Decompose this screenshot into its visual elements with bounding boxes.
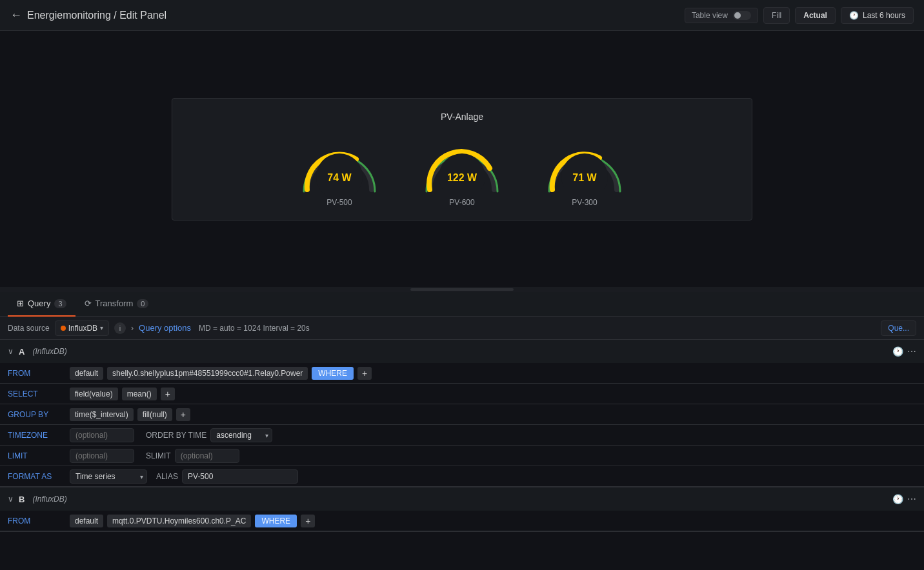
timezone-label-a: TIMEZONE	[8, 431, 66, 440]
groupby-plus-btn[interactable]: +	[176, 408, 190, 421]
query-tab-icon: ⊞	[17, 299, 24, 308]
query-tabs: ⊞ Query 3 ⟳ Transform 0	[0, 292, 924, 317]
query-tab-badge: 3	[54, 299, 66, 308]
chevron-down-icon: ▾	[100, 324, 103, 331]
toggle-switch[interactable]	[733, 11, 751, 20]
datasource-label: Data source	[8, 324, 50, 333]
tab-transform[interactable]: ⟳ Transform 0	[75, 292, 158, 317]
query-meta: MD = auto = 1024 Interval = 20s	[199, 324, 310, 333]
svg-text:122 W: 122 W	[447, 172, 477, 183]
topbar-left: ← Energiemonitoring / Edit Panel	[10, 8, 685, 22]
clock-icon: 🕐	[849, 11, 859, 20]
datasource-select[interactable]: InfluxDB ▾	[55, 320, 109, 336]
datasource-name: InfluxDB	[68, 324, 97, 333]
query-row-format-a: FORMAT AS Time series Table Logs ALIAS	[0, 466, 924, 487]
clock-action-icon[interactable]: 🕐	[892, 346, 903, 357]
back-icon[interactable]: ←	[10, 8, 22, 22]
gauge-label-pv600: PV-600	[449, 198, 474, 207]
block-letter-b: B	[19, 495, 25, 504]
gauge-item-pv500: 74 W PV-500	[297, 135, 381, 207]
groupby-time-btn[interactable]: time($_interval)	[70, 408, 134, 421]
where-btn-a[interactable]: WHERE	[312, 367, 354, 380]
order-by-select-wrap: ascending descending	[210, 428, 272, 442]
block-letter-a: A	[19, 347, 25, 357]
order-by-time-label: ORDER BY TIME	[146, 431, 206, 440]
fill-button[interactable]: Fill	[763, 7, 790, 24]
from-measurement-btn-b[interactable]: mqtt.0.PVDTU.Hoymiles600.ch0.P_AC	[107, 515, 251, 527]
format-as-label-a: FORMAT AS	[8, 472, 66, 481]
page-title: Energiemonitoring / Edit Panel	[27, 10, 166, 21]
slimit-label-a: SLIMIT	[146, 451, 171, 460]
query-row-limit-a: LIMIT SLIMIT	[0, 446, 924, 466]
collapse-icon-a: ∨	[8, 347, 14, 356]
que-button[interactable]: Que...	[881, 320, 916, 336]
gauge-panel: PV-Anlage 74 W	[172, 98, 752, 221]
gauge-item-pv600: 122 W PV-600	[420, 135, 504, 207]
from-label-a: FROM	[8, 369, 66, 378]
query-row-from-b: FROM default mqtt.0.PVDTU.Hoymiles600.ch…	[0, 511, 924, 531]
timezone-input[interactable]	[70, 428, 134, 442]
breadcrumb-chevron: ›	[131, 324, 134, 333]
block-actions-a: 🕐 ⋯	[892, 346, 916, 357]
where-btn-b[interactable]: WHERE	[255, 515, 297, 527]
query-block-b: ∨ B (InfluxDB) 🕐 ⋯ FROM default mqtt.0.P…	[0, 487, 924, 532]
block-source-b: (InfluxDB)	[32, 495, 66, 504]
panel-area: PV-Anlage 74 W	[0, 31, 924, 570]
topbar-right: Table view Fill Actual 🕐 Last 6 hours	[685, 7, 914, 24]
viz-container: PV-Anlage 74 W	[0, 31, 924, 287]
gauges-row: 74 W PV-500 122 W PV-600	[198, 135, 726, 207]
query-tab-label: Query	[28, 299, 50, 308]
transform-tab-icon: ⟳	[85, 299, 92, 308]
order-by-select[interactable]: ascending descending	[210, 428, 272, 442]
time-range-label: Last 6 hours	[863, 11, 905, 20]
info-icon[interactable]: i	[114, 322, 126, 334]
query-block-a-header[interactable]: ∨ A (InfluxDB) 🕐 ⋯	[0, 340, 924, 363]
more-action-icon-b[interactable]: ⋯	[907, 494, 916, 504]
influxdb-icon	[61, 326, 66, 331]
time-range-button[interactable]: 🕐 Last 6 hours	[841, 7, 914, 24]
gauge-label-pv300: PV-300	[572, 198, 597, 207]
format-as-select[interactable]: Time series Table Logs	[70, 469, 147, 484]
gauge-svg-pv300: 71 W	[543, 135, 627, 193]
from-plus-btn[interactable]: +	[357, 367, 372, 380]
query-block-b-header[interactable]: ∨ B (InfluxDB) 🕐 ⋯	[0, 487, 924, 511]
clock-action-icon-b[interactable]: 🕐	[892, 494, 903, 504]
gauge-item-pv300: 71 W PV-300	[543, 135, 627, 207]
gauge-svg-pv500: 74 W	[297, 135, 381, 193]
slimit-input[interactable]	[175, 449, 239, 463]
query-block-a: ∨ A (InfluxDB) 🕐 ⋯ FROM default shelly.0…	[0, 340, 924, 487]
select-plus-btn[interactable]: +	[161, 388, 175, 400]
from-plus-btn-b[interactable]: +	[301, 515, 315, 527]
query-row-timezone-a: TIMEZONE ORDER BY TIME ascending descend…	[0, 425, 924, 446]
table-view-label: Table view	[692, 11, 728, 20]
transform-tab-label: Transform	[95, 299, 134, 308]
groupby-fill-btn[interactable]: fill(null)	[137, 408, 172, 421]
transform-tab-badge: 0	[137, 299, 148, 308]
block-actions-b: 🕐 ⋯	[892, 494, 916, 504]
query-sections: ∨ A (InfluxDB) 🕐 ⋯ FROM default shelly.0…	[0, 340, 924, 570]
select-fn-btn[interactable]: mean()	[122, 388, 157, 400]
from-db-btn-b[interactable]: default	[70, 515, 103, 527]
alias-label-a: ALIAS	[156, 472, 178, 481]
groupby-label-a: GROUP BY	[8, 410, 66, 419]
from-label-b: FROM	[8, 516, 66, 526]
from-db-btn[interactable]: default	[70, 367, 103, 380]
query-options-link[interactable]: Query options	[139, 323, 191, 333]
gauge-label-pv500: PV-500	[326, 198, 352, 207]
alias-input-a[interactable]	[182, 469, 298, 484]
select-field-btn[interactable]: field(value)	[70, 388, 118, 400]
actual-button[interactable]: Actual	[795, 7, 836, 24]
query-row-from-a: FROM default shelly.0.shellyplus1pm#4855…	[0, 363, 924, 384]
from-measurement-btn[interactable]: shelly.0.shellyplus1pm#48551999ccc0#1.Re…	[107, 367, 308, 380]
limit-input[interactable]	[70, 449, 134, 463]
gauge-panel-title: PV-Anlage	[198, 112, 726, 122]
format-select-wrap: Time series Table Logs	[70, 469, 147, 484]
table-view-toggle[interactable]: Table view	[685, 8, 758, 23]
scroll-indicator	[410, 288, 514, 291]
tab-query[interactable]: ⊞ Query 3	[8, 292, 75, 317]
topbar: ← Energiemonitoring / Edit Panel Table v…	[0, 0, 924, 31]
limit-label-a: LIMIT	[8, 451, 66, 460]
datasource-bar: Data source InfluxDB ▾ i › Query options…	[0, 317, 924, 340]
collapse-icon-b: ∨	[8, 495, 14, 504]
more-action-icon[interactable]: ⋯	[907, 346, 916, 357]
